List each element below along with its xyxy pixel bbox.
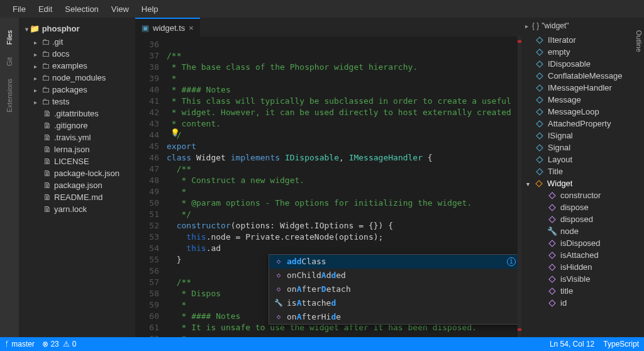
code-line[interactable]: * Construct a new widget. [167,175,521,186]
tree-item-docs[interactable]: 🗀 docs [28,48,133,60]
outline-item-constructor[interactable]: constructor [521,189,644,201]
outline-item-empty[interactable]: empty [521,46,644,58]
tree-item-README-md[interactable]: 🗎 README.md [28,191,133,203]
code-line[interactable]: /** [167,164,521,175]
outline-item-ISignal[interactable]: ISignal [521,130,644,142]
root-label: phosphor [42,24,80,33]
code-line[interactable] [167,39,521,50]
code-line[interactable]: * This class will typically be subclasse… [167,96,521,107]
menu-selection[interactable]: Selection [58,2,104,16]
branch-indicator[interactable]: ᚶ master [5,340,35,348]
code-line[interactable]: * @param options - The options for initi… [167,198,521,209]
code-line[interactable]: */ [167,209,521,220]
code-line[interactable]: * content. [167,118,521,130]
close-icon[interactable]: × [189,23,194,33]
tree-item-lerna-json[interactable]: 🗎 lerna.json [28,143,133,155]
intellisense-popup[interactable]: i ◇addClass◇onChildAdded◇onAfterDetach🔧i… [269,254,520,325]
suggest-isAttached[interactable]: 🔧isAttached [269,296,519,310]
code-line[interactable]: export [167,141,521,152]
line-number: 48 [135,175,159,186]
outline-item-ConflatableMessage[interactable]: ConflatableMessage [521,70,644,82]
outline-item-id[interactable]: id [521,297,644,309]
code-line[interactable]: /** [167,50,521,62]
line-number: 55 [135,254,159,265]
code-line[interactable]: * [167,186,521,198]
line-number: 52 [135,220,159,231]
problems-indicator[interactable]: ⊗ 23 ⚠ 0 [42,340,76,348]
code-line[interactable]: * #### Notes [167,84,521,96]
outline-item-IDisposable[interactable]: IDisposable [521,58,644,70]
tree-item--gitignore[interactable]: 🗎 .gitignore [28,120,133,131]
code-line[interactable]: */ [167,130,521,141]
menu-help[interactable]: Help [135,2,165,16]
code-line[interactable]: this.ad [167,243,521,254]
suggest-onAfterHide[interactable]: ◇onAfterHide [269,310,519,324]
outline-item-label: IIterator [548,35,576,45]
tree-item-package-json[interactable]: 🗎 package.json [28,179,133,191]
outline-item-Layout[interactable]: Layout [521,153,644,165]
svg-marker-7 [536,121,543,127]
tree-item-node_modules[interactable]: 🗀 node_modules [28,72,133,84]
tree-item-yarn-lock[interactable]: 🗎 yarn.lock [28,203,133,215]
code-line[interactable]: class Widget implements IDisposable, IMe… [167,152,521,164]
menu-file[interactable]: File [6,2,32,16]
outline-item-node[interactable]: 🔧node [521,225,644,237]
tree-item-packages[interactable]: 🗀 packages [28,84,133,96]
suggest-label: addClass [287,256,326,267]
outline-item-title[interactable]: title [521,285,644,297]
suggest-onAfterDetach[interactable]: ◇onAfterDetach [269,282,519,296]
outline-item-Widget[interactable]: Widget [521,177,644,189]
info-icon[interactable]: i [507,257,516,266]
tree-item-LICENSE[interactable]: 🗎 LICENSE [28,155,133,167]
code-line[interactable]: * widget. However, it can be used direct… [167,107,521,118]
tree-item--git[interactable]: 🗀 .git [28,36,133,48]
outline-item-label: isVisible [560,274,590,284]
menu-view[interactable]: View [105,2,135,16]
tree-item-label: .git [52,37,63,47]
lightbulb-icon[interactable]: 💡 [170,127,180,138]
activity-extensions[interactable]: Extensions [6,72,13,119]
menu-edit[interactable]: Edit [32,2,58,16]
code-editor[interactable]: 3637383940414243444546474849505152535455… [135,36,521,337]
suggest-addClass[interactable]: ◇addClass [269,255,519,269]
code-line[interactable]: * [167,73,521,84]
tree-item--gitattributes[interactable]: 🗎 .gitattributes [28,108,133,120]
suggest-onChildAdded[interactable]: ◇onChildAdded [269,269,519,282]
language-mode[interactable]: TypeScript [603,340,639,348]
tree-item-examples[interactable]: 🗀 examples [28,60,133,72]
explorer-root[interactable]: 📁 phosphor [21,21,133,36]
outline-item-label: Signal [548,143,570,152]
tab-widget-ts[interactable]: ▣ widget.ts × [135,18,200,36]
code-line[interactable]: this.node = Private.createNode(options); [167,231,521,243]
outline-item-IMessageHandler[interactable]: IMessageHandler [521,82,644,94]
activity-files[interactable]: Files [6,24,13,51]
outline-item-AttachedProperty[interactable]: AttachedProperty [521,118,644,130]
minimap[interactable] [518,36,521,337]
outline-item-Message[interactable]: Message [521,94,644,106]
outline-item-isAttached[interactable]: isAttached [521,249,644,261]
cursor-position[interactable]: Ln 54, Col 12 [550,340,594,348]
activity-git[interactable]: Git [6,51,13,72]
outline-item-isHidden[interactable]: isHidden [521,261,644,273]
outline-item-Signal[interactable]: Signal [521,142,644,153]
outline-item-dispose[interactable]: dispose [521,201,644,213]
tree-item--travis-yml[interactable]: 🗎 .travis.yml [28,131,133,143]
outline-item-isDisposed[interactable]: isDisposed [521,237,644,249]
outline-item-isVisible[interactable]: isVisible [521,273,644,285]
outline-item-Title[interactable]: Title [521,165,644,177]
outline-item-IIterator[interactable]: IIterator [521,34,644,46]
method-icon [548,191,557,200]
code-body[interactable]: 💡 i ◇addClass◇onChildAdded◇onAfterDetach… [167,36,521,337]
code-line[interactable]: * The base class of the Phosphor widget … [167,62,521,73]
code-line[interactable]: constructor(options: Widget.IOptions = {… [167,220,521,231]
outline-item-MessageLoop[interactable]: MessageLoop [521,106,644,118]
outline-item-disposed[interactable]: disposed [521,213,644,225]
outline-header[interactable]: { } "widget" [521,18,644,34]
file-icon: 🗎 [43,109,51,118]
outline-tab[interactable]: Outline [634,25,644,57]
code-line[interactable]: * [167,333,521,337]
outline-item-label: ISignal [548,131,573,140]
svg-marker-6 [536,109,543,115]
tree-item-tests[interactable]: 🗀 tests [28,96,133,108]
tree-item-package-lock-json[interactable]: 🗎 package-lock.json [28,167,133,179]
